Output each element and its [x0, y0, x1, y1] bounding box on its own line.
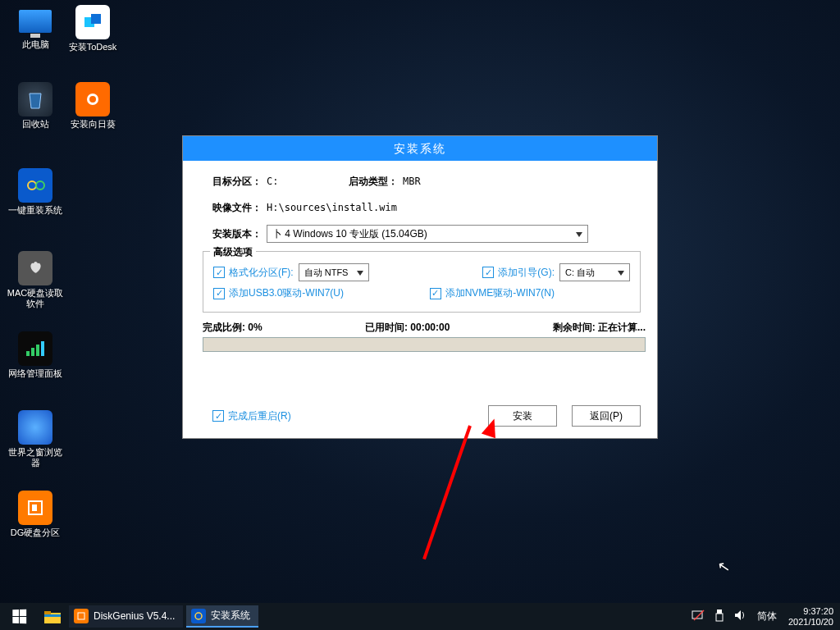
svg-point-3: [89, 96, 96, 103]
install-system-dialog: 安装系统 目标分区： C: 启动类型： MBR 映像文件： H:\sources…: [182, 135, 658, 439]
desktop-icon-label: 安装向日葵: [64, 119, 121, 130]
format-partition-checkbox[interactable]: ✓ 格式化分区(F):: [213, 266, 294, 280]
dialog-title: 安装系统: [394, 142, 446, 155]
taskbar: DiskGenius V5.4... 安装系统 简体 9:37:20 2021/…: [0, 603, 840, 630]
boot-drive-value: C: 自动: [565, 267, 595, 277]
usb3-driver-checkbox[interactable]: ✓ 添加USB3.0驱动-WIN7(U): [213, 286, 344, 300]
installer-icon: [191, 609, 206, 623]
restart-after-label: 完成后重启(R): [228, 409, 291, 423]
taskbar-task-install-system[interactable]: 安装系统: [186, 605, 258, 628]
dialog-footer: ✓ 完成后重启(R) 安装 返回(P): [212, 405, 641, 427]
checkmark-icon: ✓: [482, 267, 494, 278]
tray-date: 2021/10/20: [788, 617, 833, 628]
svg-rect-6: [26, 351, 30, 356]
add-boot-label: 添加引导(G):: [498, 266, 555, 280]
tray-time: 9:37:20: [788, 606, 833, 617]
desktop-icon-label: 网络管理面板: [7, 368, 64, 379]
svg-point-5: [36, 181, 44, 189]
boot-drive-select[interactable]: C: 自动: [559, 263, 630, 281]
checkmark-icon: ✓: [213, 288, 225, 299]
svg-rect-15: [78, 613, 84, 619]
image-file-value: H:\sources\install.wim: [267, 202, 397, 213]
progress-elapsed-value: 00:00:00: [410, 322, 450, 333]
desktop-icon-network-panel[interactable]: 网络管理面板: [7, 331, 64, 379]
pc-icon: [19, 10, 52, 33]
diskgenius-icon: [18, 491, 52, 525]
svg-point-16: [195, 613, 202, 619]
desktop-icon-reinstall[interactable]: 一键重装系统: [7, 168, 64, 216]
boot-type-value: MBR: [403, 176, 421, 187]
install-version-value: 卜 4 Windows 10 专业版 (15.04GB): [272, 228, 427, 240]
svg-point-4: [28, 181, 36, 189]
advanced-options-legend: 高级选项: [210, 245, 256, 259]
tray-ime-indicator[interactable]: 简体: [752, 609, 782, 623]
network-panel-icon: [18, 331, 52, 366]
image-file-label: 映像文件：: [212, 201, 262, 215]
usb3-driver-label: 添加USB3.0驱动-WIN7(U): [229, 286, 344, 300]
progress-bar: [203, 337, 646, 352]
nvme-driver-label: 添加NVME驱动-WIN7(N): [445, 286, 555, 300]
taskbar-task-label: DiskGenius V5.4...: [94, 610, 175, 622]
svg-rect-14: [44, 614, 61, 617]
taskbar-task-label: 安装系统: [211, 609, 250, 623]
checkmark-icon: ✓: [213, 267, 225, 278]
svg-rect-20: [716, 614, 723, 621]
svg-rect-1: [91, 14, 101, 24]
svg-rect-8: [36, 345, 39, 356]
progress-done-label: 完成比例:: [203, 322, 245, 333]
desktop-icon-todesk[interactable]: 安装ToDesk: [64, 5, 121, 52]
desktop-icon-label: 回收站: [7, 119, 64, 130]
taskbar-task-diskgenius[interactable]: DiskGenius V5.4...: [69, 605, 183, 628]
progress-remain-label: 剩余时间:: [553, 322, 596, 333]
progress-remain-value: 正在计算...: [598, 322, 646, 333]
svg-rect-9: [41, 341, 44, 356]
desktop-icon-theworld-browser[interactable]: 世界之窗浏览器: [7, 410, 64, 468]
tray-volume-icon[interactable]: [729, 609, 752, 623]
dialog-body: 目标分区： C: 启动类型： MBR 映像文件： H:\sources\inst…: [183, 161, 657, 360]
add-boot-checkbox[interactable]: ✓ 添加引导(G):: [482, 266, 555, 280]
svg-rect-7: [31, 348, 34, 356]
target-partition-value: C:: [267, 176, 349, 187]
format-fs-select[interactable]: 自动 NTFS: [299, 263, 369, 281]
format-partition-label: 格式化分区(F):: [229, 266, 294, 280]
restart-after-checkbox[interactable]: ✓ 完成后重启(R): [212, 409, 291, 423]
desktop-icon-label: 安装ToDesk: [64, 42, 121, 52]
desktop-icon-label: 一键重装系统: [7, 205, 64, 216]
svg-rect-11: [32, 504, 37, 511]
format-fs-value: 自动 NTFS: [304, 267, 349, 277]
target-partition-label: 目标分区：: [212, 175, 262, 189]
diskgenius-icon: [74, 609, 89, 623]
back-button[interactable]: 返回(P): [572, 405, 641, 427]
install-version-select[interactable]: 卜 4 Windows 10 专业版 (15.04GB): [267, 225, 588, 243]
svg-rect-13: [44, 611, 51, 614]
sunlogin-icon: [75, 82, 110, 116]
desktop-icon-sunlogin[interactable]: 安装向日葵: [64, 82, 121, 130]
start-button[interactable]: [0, 603, 38, 630]
progress-done-value: 0%: [248, 322, 262, 333]
tray-network-icon[interactable]: [687, 609, 710, 623]
desktop-icon-label: 世界之窗浏览器: [7, 447, 64, 468]
desktop-icon-this-pc[interactable]: 此电脑: [7, 5, 64, 50]
todesk-icon: [75, 5, 110, 39]
progress-meta: 完成比例: 0% 已用时间: 00:00:00 剩余时间: 正在计算...: [203, 321, 646, 335]
advanced-options-group: 高级选项 ✓ 格式化分区(F): 自动 NTFS ✓ 添加引导(G): C: 自…: [203, 251, 641, 313]
boot-type-label: 启动类型：: [349, 175, 398, 189]
recycle-bin-icon: [18, 82, 52, 116]
desktop-icon-recycle-bin[interactable]: 回收站: [7, 82, 64, 130]
nvme-driver-checkbox[interactable]: ✓ 添加NVME驱动-WIN7(N): [430, 286, 555, 300]
system-tray: 简体 9:37:20 2021/10/20: [687, 603, 840, 630]
desktop-icon-mac-disk[interactable]: MAC硬盘读取软件: [7, 251, 64, 309]
dialog-titlebar[interactable]: 安装系统: [183, 136, 657, 161]
taskbar-pinned-explorer[interactable]: [38, 603, 67, 630]
tray-clock[interactable]: 9:37:20 2021/10/20: [782, 606, 840, 628]
globe-icon: [18, 410, 52, 445]
progress-elapsed-label: 已用时间:: [365, 322, 408, 333]
svg-rect-19: [717, 609, 722, 614]
mac-disk-icon: [18, 251, 52, 285]
reinstall-icon: [18, 168, 52, 203]
desktop-icon-diskgenius[interactable]: DG硬盘分区: [7, 491, 64, 538]
desktop-icon-label: 此电脑: [7, 39, 64, 50]
desktop-icon-label: DG硬盘分区: [7, 527, 64, 538]
install-version-label: 安装版本：: [212, 227, 262, 241]
tray-usb-icon[interactable]: [710, 609, 729, 624]
